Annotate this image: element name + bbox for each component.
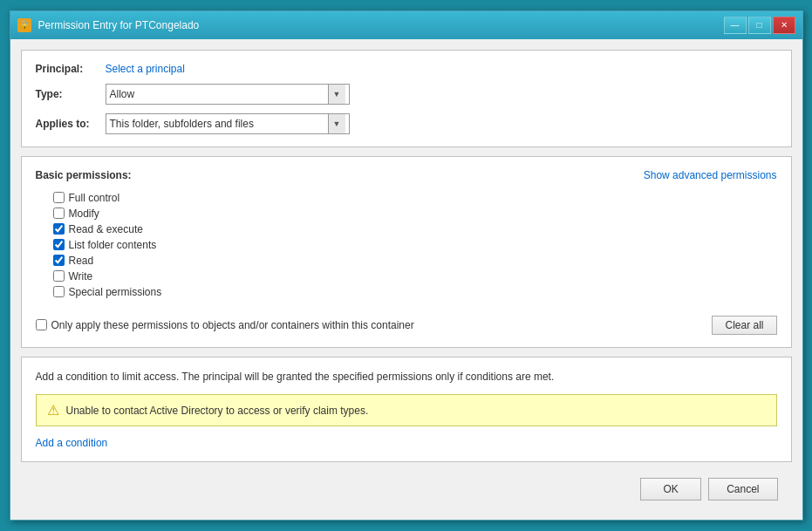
cancel-button[interactable]: Cancel [708,478,777,500]
perm-special: Special permissions [53,286,777,298]
perm-read-execute: Read & execute [53,223,777,235]
window-content: Principal: Select a principal Type: Allo… [10,39,802,521]
applies-label: Applies to: [36,118,106,130]
principal-row: Principal: Select a principal [36,63,777,75]
perm-list-folder-label: List folder contents [69,239,157,251]
perm-modify-checkbox[interactable] [53,208,65,219]
show-advanced-link[interactable]: Show advanced permissions [644,169,777,181]
perm-modify-label: Modify [69,208,99,220]
principal-section: Principal: Select a principal Type: Allo… [21,50,792,147]
apply-only-row: Only apply these permissions to objects … [36,309,777,335]
permissions-section: Basic permissions: Show advanced permiss… [21,156,792,348]
perm-special-checkbox[interactable] [53,286,65,297]
ok-button[interactable]: OK [640,478,701,500]
maximize-button[interactable]: □ [748,17,771,34]
clear-all-button[interactable]: Clear all [712,316,776,335]
perm-list-folder: List folder contents [53,239,777,251]
close-button[interactable]: ✕ [773,17,795,34]
type-value: Allow [110,88,328,100]
select-principal-link[interactable]: Select a principal [106,63,185,75]
applies-dropdown-arrow: ▼ [328,114,345,133]
apply-only-checkbox[interactable] [36,319,47,330]
type-dropdown-arrow: ▼ [328,85,345,104]
type-row: Type: Allow ▼ [36,84,777,105]
permissions-list: Full control Modify Read & execute List … [36,192,777,298]
principal-label: Principal: [36,63,106,75]
perm-write-checkbox[interactable] [53,270,65,282]
warning-box: ⚠ Unable to contact Active Directory to … [36,394,777,426]
main-window: 🔒 Permission Entry for PTCongelado — □ ✕… [10,10,803,521]
perm-read-checkbox[interactable] [53,255,65,266]
perm-read-label: Read [69,255,94,267]
perm-special-label: Special permissions [69,286,162,298]
applies-value: This folder, subfolders and files [110,118,328,130]
window-title: Permission Entry for PTCongelado [38,19,200,31]
minimize-button[interactable]: — [724,17,747,34]
title-bar-buttons: — □ ✕ [724,17,795,34]
perm-modify: Modify [53,208,777,220]
perm-read-execute-checkbox[interactable] [53,223,65,235]
type-label: Type: [36,88,106,100]
title-bar: 🔒 Permission Entry for PTCongelado — □ ✕ [10,11,802,39]
permissions-title: Basic permissions: [36,169,132,181]
condition-description: Add a condition to limit access. The pri… [36,370,777,385]
perm-write: Write [53,270,777,283]
title-bar-left: 🔒 Permission Entry for PTCongelado [17,18,200,32]
applies-row: Applies to: This folder, subfolders and … [36,113,777,134]
warning-icon: ⚠ [47,402,59,419]
add-condition-link[interactable]: Add a condition [36,437,108,449]
perm-list-folder-checkbox[interactable] [53,239,65,250]
perm-write-label: Write [69,270,93,283]
perm-read-execute-label: Read & execute [69,223,143,235]
warning-text: Unable to contact Active Directory to ac… [66,405,369,417]
apply-only-label: Only apply these permissions to objects … [51,319,414,331]
perm-full-control: Full control [53,192,777,204]
applies-dropdown[interactable]: This folder, subfolders and files ▼ [106,113,350,134]
perm-full-control-label: Full control [69,192,120,204]
window-icon: 🔒 [17,18,31,32]
condition-section: Add a condition to limit access. The pri… [21,357,792,463]
type-dropdown[interactable]: Allow ▼ [106,84,350,105]
perm-full-control-checkbox[interactable] [53,192,65,203]
permissions-header: Basic permissions: Show advanced permiss… [36,169,777,181]
perm-read: Read [53,255,777,267]
bottom-buttons: OK Cancel [21,471,792,509]
